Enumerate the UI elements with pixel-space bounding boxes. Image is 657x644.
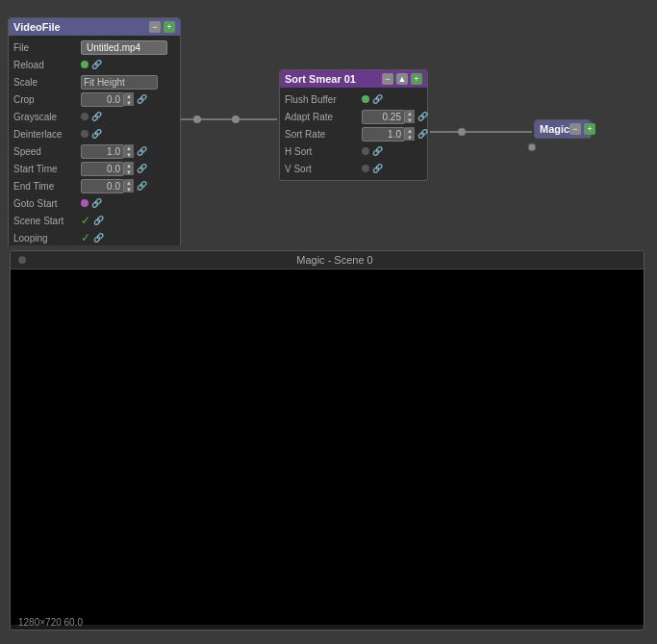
start-time-input[interactable]: [81, 162, 124, 176]
sort-rate-up[interactable]: ▲: [405, 127, 415, 134]
speed-link-icon[interactable]: 🔗: [137, 146, 146, 156]
deinterlace-label: Deinterlace: [13, 129, 81, 140]
node-row: Start Time ▲ ▼ 🔗: [9, 160, 180, 177]
adapt-rate-input[interactable]: [362, 110, 405, 124]
start-time-spinner: ▲ ▼: [124, 162, 134, 175]
sort-rate-input[interactable]: [362, 127, 405, 142]
adapt-rate-up[interactable]: ▲: [405, 110, 415, 116]
preview-status: 1280×720 60.0: [18, 617, 83, 628]
sort-rate-down[interactable]: ▼: [405, 134, 415, 141]
smear-minimize-button[interactable]: −: [382, 73, 393, 85]
sort-rate-link-icon[interactable]: 🔗: [417, 129, 427, 139]
adapt-rate-input-group: ▲ ▼: [362, 110, 415, 124]
videofile-minimize-button[interactable]: −: [149, 21, 161, 33]
speed-up[interactable]: ▲: [124, 144, 134, 151]
smear-add-button[interactable]: +: [411, 73, 422, 85]
end-time-label: End Time: [13, 181, 81, 192]
reload-value: 🔗: [81, 60, 175, 69]
flush-buffer-link-icon[interactable]: 🔗: [372, 94, 382, 104]
crop-link-icon[interactable]: 🔗: [137, 94, 146, 104]
start-time-down[interactable]: ▼: [124, 168, 134, 175]
svg-point-2: [458, 128, 466, 136]
node-row: Scene Start ✓ 🔗: [9, 212, 180, 229]
goto-start-label: Goto Start: [13, 198, 81, 209]
end-time-link-icon[interactable]: 🔗: [137, 181, 146, 191]
start-time-label: Start Time: [13, 164, 81, 174]
flush-buffer-dot[interactable]: [362, 95, 369, 103]
node-row: Flush Buffer 🔗: [280, 90, 427, 108]
looping-check[interactable]: ✓: [81, 231, 90, 245]
h-sort-value: 🔗: [362, 146, 422, 156]
v-sort-label: V Sort: [285, 164, 362, 174]
grayscale-link-icon[interactable]: 🔗: [91, 112, 101, 121]
deinterlace-checkbox[interactable]: [81, 130, 88, 138]
speed-input-group: ▲ ▼: [81, 144, 134, 159]
end-time-input[interactable]: [81, 179, 124, 193]
smear-header-icons: − ▲ +: [382, 73, 422, 85]
h-sort-checkbox[interactable]: [362, 147, 369, 155]
smear-expand-button[interactable]: ▲: [396, 73, 408, 85]
looping-link-icon[interactable]: 🔗: [93, 233, 103, 243]
videofile-add-button[interactable]: +: [164, 21, 175, 33]
videofile-header: VideoFile − +: [9, 18, 180, 36]
node-row: Goto Start 🔗: [9, 194, 180, 212]
crop-input[interactable]: [81, 92, 124, 107]
speed-down[interactable]: ▼: [124, 151, 134, 158]
videofile-header-icons: − +: [149, 21, 175, 33]
end-time-down[interactable]: ▼: [124, 186, 134, 193]
crop-label: Crop: [13, 94, 81, 105]
preview-header: Magic - Scene 0: [11, 251, 644, 270]
v-sort-checkbox[interactable]: [362, 165, 369, 172]
start-time-up[interactable]: ▲: [124, 162, 134, 168]
node-row: Adapt Rate ▲ ▼ 🔗: [280, 108, 427, 125]
deinterlace-link-icon[interactable]: 🔗: [91, 129, 101, 139]
goto-start-dot[interactable]: [81, 199, 88, 207]
scene-start-link-icon[interactable]: 🔗: [93, 216, 103, 225]
svg-point-1: [232, 116, 240, 123]
looping-label: Looping: [13, 233, 81, 244]
h-sort-link-icon[interactable]: 🔗: [372, 146, 382, 156]
end-time-input-group: ▲ ▼: [81, 179, 134, 193]
node-area: VideoFile − + File Untitled.mp4 Reload 🔗: [0, 0, 657, 245]
magic-title: Magic: [540, 123, 569, 135]
node-row: Crop ▲ ▼ 🔗: [9, 90, 180, 108]
file-label: File: [13, 42, 81, 53]
scene-start-label: Scene Start: [13, 216, 81, 226]
scale-value: Fit Height Fit Width Stretch: [81, 75, 175, 90]
crop-down[interactable]: ▼: [124, 99, 134, 106]
grayscale-checkbox[interactable]: [81, 113, 88, 120]
reload-dot[interactable]: [81, 61, 88, 68]
magic-minimize-button[interactable]: −: [569, 123, 581, 135]
speed-spinner: ▲ ▼: [124, 144, 134, 158]
adapt-rate-link-icon[interactable]: 🔗: [417, 112, 427, 121]
start-time-input-group: ▲ ▼: [81, 162, 134, 176]
node-row: Sort Rate ▲ ▼ 🔗: [280, 125, 427, 142]
reload-link-icon[interactable]: 🔗: [91, 60, 101, 69]
svg-point-0: [193, 116, 201, 123]
sort-rate-input-group: ▲ ▼: [362, 127, 415, 142]
magic-add-button[interactable]: +: [584, 123, 595, 135]
start-time-link-icon[interactable]: 🔗: [137, 164, 146, 173]
goto-start-value: 🔗: [81, 198, 175, 208]
node-videofile: VideoFile − + File Untitled.mp4 Reload 🔗: [8, 17, 181, 245]
scene-start-check[interactable]: ✓: [81, 214, 90, 227]
scale-dropdown[interactable]: Fit Height Fit Width Stretch: [81, 75, 158, 90]
v-sort-link-icon[interactable]: 🔗: [372, 164, 382, 173]
sort-rate-spinner: ▲ ▼: [405, 127, 415, 141]
start-time-value: ▲ ▼ 🔗: [81, 162, 175, 176]
node-row: Reload 🔗: [9, 56, 180, 73]
magic-header-icons: − +: [569, 123, 595, 135]
end-time-up[interactable]: ▲: [124, 179, 134, 186]
crop-up[interactable]: ▲: [124, 92, 134, 99]
grayscale-value: 🔗: [81, 112, 175, 121]
file-input[interactable]: Untitled.mp4: [81, 40, 167, 55]
speed-input[interactable]: [81, 144, 124, 159]
smear-body: Flush Buffer 🔗 Adapt Rate ▲ ▼: [280, 88, 427, 180]
goto-start-link-icon[interactable]: 🔗: [91, 198, 101, 208]
preview-title: Magic - Scene 0: [34, 254, 636, 266]
adapt-rate-down[interactable]: ▼: [405, 116, 415, 123]
grayscale-label: Grayscale: [13, 112, 81, 122]
adapt-rate-spinner: ▲ ▼: [405, 110, 415, 123]
smear-header: Sort Smear 01 − ▲ +: [280, 70, 427, 88]
node-row: End Time ▲ ▼ 🔗: [9, 177, 180, 194]
